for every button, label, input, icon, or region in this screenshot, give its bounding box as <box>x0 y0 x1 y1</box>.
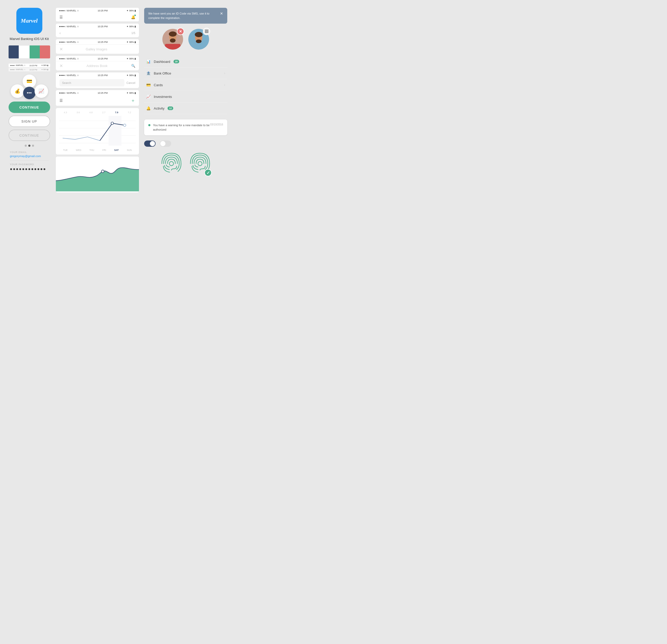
signal-s2: ●●●●○ MARVEL ☆ <box>59 25 79 28</box>
dashboard-badge: 18 <box>174 60 179 63</box>
phone-screen-2: ●●●●○ MARVEL ☆ 10:25 PM ✦ 98% ▮ ‹ 1/5 <box>56 23 139 37</box>
toggle-on-switch[interactable] <box>144 141 156 147</box>
page-dots <box>25 145 34 147</box>
address-title: Address Book <box>86 64 108 68</box>
gallery-title-bar: ✕ Galley Images <box>56 45 139 54</box>
svg-point-18 <box>196 39 201 43</box>
signal-1: ●●●●○ MARVEL ☆ <box>10 64 26 66</box>
battery-s4: ✦ 98% ▮ <box>127 57 136 60</box>
dashboard-icon: 📊 <box>146 60 151 64</box>
status-bar-screen4: ●●●●○ MARVEL ☆ 10:25 PM ✦ 98% ▮ <box>56 56 139 61</box>
toggle-off-switch[interactable] <box>160 141 171 147</box>
activity-badge: 12 <box>167 106 173 110</box>
signal-s6: ●●●●○ MARVEL ☆ <box>59 92 79 94</box>
svg-point-17 <box>195 32 202 37</box>
chart-val-5: 7.9 <box>115 111 118 114</box>
status-bar-screen6: ●●●●○ MARVEL ☆ 10:25 PM ✦ 98% ▮ <box>56 90 139 95</box>
chart-days: TUE WED THU FRI SAT SUN <box>59 149 136 151</box>
avatar-1-error-badge: ✕ <box>177 28 184 35</box>
battery-s3: ✦ 98% ▮ <box>127 41 136 43</box>
fingerprints-section: ✓ <box>144 152 227 176</box>
swatch-teal <box>30 46 40 59</box>
logo-text: Marvel <box>21 17 38 24</box>
phone-screen-1: ●●●●○ MARVEL ☆ 10:25 PM ✦ 98% ▮ ☰ 🔔 <box>56 8 139 21</box>
bell-icon[interactable]: 🔔 <box>131 15 135 19</box>
nav-item-activity[interactable]: 🔔 Activity 12 <box>144 103 227 114</box>
fingerprint-2-wrapper: ✓ <box>188 152 212 176</box>
svg-rect-12 <box>165 44 180 50</box>
svg-point-13 <box>170 38 176 43</box>
email-label: YOUR EMAIL <box>10 151 27 153</box>
signup-button[interactable]: SIGN UP <box>9 116 50 127</box>
right-column: We have sent you an ID Code via SMS, use… <box>142 5 230 195</box>
color-palette <box>9 46 50 59</box>
battery-s5: ✦ 98% ▮ <box>127 74 136 77</box>
svg-point-6 <box>124 124 126 127</box>
avatar-1-wrapper: ✕ <box>162 29 183 50</box>
time-2: 10:25 PM <box>29 69 37 71</box>
svg-rect-4 <box>109 116 121 146</box>
bank-icon: 🏦 <box>146 71 151 75</box>
hamburger-icon-2[interactable]: ☰ <box>60 98 63 103</box>
avatar-2-wrapper: 🖼 <box>188 29 209 50</box>
left-column: Marvel Marvel Banking iOS UI Kit ●●●●○ M… <box>5 5 53 195</box>
page-indicator: 1/5 <box>131 31 135 35</box>
more-icon-circle[interactable]: ••• <box>23 87 36 99</box>
notification-banner: We have sent you an ID Code via SMS, use… <box>144 8 227 23</box>
dot-2 <box>28 145 30 147</box>
status-bar-screen5: ●●●●○ MARVEL ☆ 10:25 PM ✦ 98% ▮ <box>56 72 139 78</box>
chart-day-5: SAT <box>114 149 119 151</box>
swatch-salmon <box>40 46 50 59</box>
password-dots: ●●●●●●●●●●●● <box>10 167 46 171</box>
search-icon-address[interactable]: 🔍 <box>131 64 135 68</box>
time-s3: 10:25 PM <box>98 41 108 43</box>
nav-item-investments[interactable]: 📈 Investments <box>144 91 227 103</box>
continue-outline-button[interactable]: CONTINUE <box>9 130 50 141</box>
svg-point-19 <box>169 162 174 166</box>
notification-text: We have sent you an ID Code via SMS, use… <box>148 12 217 20</box>
card-icon-circle: 💳 <box>22 75 36 88</box>
status-bar-screen2: ●●●●○ MARVEL ☆ 10:25 PM ✦ 98% ▮ <box>56 23 139 29</box>
close-x-icon-2[interactable]: ✕ <box>60 63 63 68</box>
status-bar-2: ●●●●○ MARVEL ☆ 10:25 PM ✦ 98% ▮ <box>9 68 50 71</box>
close-x-icon[interactable]: ✕ <box>60 47 63 52</box>
nav-item-bank-office[interactable]: 🏦 Bank Office › <box>144 67 227 79</box>
phone-screen-6: ●●●●○ MARVEL ☆ 10:25 PM ✦ 98% ▮ ☰ ＋ <box>56 90 139 106</box>
signal-s5: ●●●●○ MARVEL ☆ <box>59 74 79 77</box>
search-input[interactable]: Search <box>60 79 125 86</box>
continue-primary-button[interactable]: CONTINUE <box>9 101 50 113</box>
marvel-logo: Marvel <box>16 8 42 34</box>
nav-item-cards-left: 💳 Cards <box>146 83 163 87</box>
signal-s3: ●●●●○ MARVEL ☆ <box>59 41 79 43</box>
dashboard-label: Dashboard <box>154 60 170 64</box>
status-bar-screen1: ●●●●○ MARVEL ☆ 10:25 PM ✦ 98% ▮ <box>56 8 139 13</box>
battery-s1: ✦ 98% ▮ <box>127 9 136 12</box>
avatars-section: ✕ 🖼 <box>144 29 227 50</box>
notification-close-button[interactable]: ✕ <box>220 12 223 16</box>
cancel-button[interactable]: Cancel <box>127 81 135 84</box>
signal-s1: ●●●●○ MARVEL ☆ <box>59 9 79 12</box>
chart-val-6: 7.2 <box>128 111 131 114</box>
warning-text: You have a warning for a new mandate to … <box>153 123 210 132</box>
time-s4: 10:25 PM <box>98 57 108 60</box>
svg-point-11 <box>169 31 177 37</box>
nav-item-dashboard[interactable]: 📊 Dashboard 18 <box>144 56 227 67</box>
back-arrow-icon[interactable]: ‹ <box>60 31 61 35</box>
chart-day-1: TUE <box>63 149 68 151</box>
svg-point-8 <box>101 170 104 172</box>
chart-values: 4.3 3.6 4.8 2.7 7.9 7.2 <box>59 111 136 114</box>
plus-icon[interactable]: ＋ <box>131 97 135 104</box>
nav-item-cards[interactable]: 💳 Cards › <box>144 79 227 91</box>
bank-office-arrow-icon: › <box>224 71 225 75</box>
chart-day-2: WED <box>76 149 81 151</box>
fingerprint-1-svg <box>160 152 183 175</box>
toggles-section <box>144 141 227 147</box>
area-chart-svg <box>56 156 139 192</box>
battery-s2: ✦ 98% ▮ <box>127 25 136 28</box>
signal-s4: ●●●●○ MARVEL ☆ <box>59 57 79 60</box>
fingerprint-1-wrapper <box>160 152 183 176</box>
fingerprint-verified-checkmark: ✓ <box>205 169 212 176</box>
line-chart: 4.3 3.6 4.8 2.7 7.9 7.2 <box>56 108 139 154</box>
nav-item-investments-left: 📈 Investments <box>146 95 172 99</box>
hamburger-icon[interactable]: ☰ <box>60 15 63 19</box>
